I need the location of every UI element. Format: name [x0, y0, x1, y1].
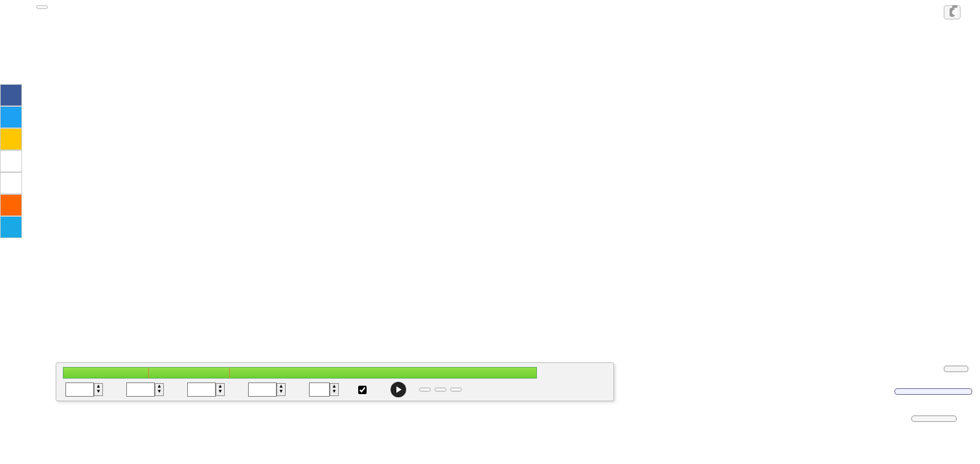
capture-button[interactable] — [944, 366, 968, 372]
progress-tick — [148, 368, 149, 378]
controls-panel — [56, 362, 614, 401]
social-share-bar — [0, 84, 25, 238]
addthis-icon[interactable] — [0, 194, 22, 216]
ymin-input[interactable] — [126, 382, 155, 397]
font-input[interactable] — [187, 382, 216, 397]
facebook-icon[interactable] — [0, 84, 22, 106]
camera-icon — [950, 8, 955, 17]
mail-icon[interactable] — [0, 172, 22, 194]
show-button[interactable] — [419, 388, 431, 392]
linewidth-input[interactable] — [309, 382, 330, 397]
chart-svg — [65, 39, 980, 304]
save-button[interactable] — [435, 388, 446, 392]
chart-area — [65, 39, 972, 298]
twitter-icon[interactable] — [0, 106, 22, 128]
ymax-input[interactable] — [65, 382, 94, 397]
camera-button[interactable] — [944, 5, 961, 19]
linewidth-stepper[interactable] — [330, 383, 339, 396]
play-button[interactable] — [391, 382, 406, 397]
zoom-stepper[interactable] — [277, 383, 286, 396]
progress-bar[interactable] — [63, 367, 537, 379]
qzone-icon[interactable] — [0, 128, 22, 150]
ymin-stepper[interactable] — [155, 383, 164, 396]
progress-tick — [229, 368, 230, 378]
zoom-input[interactable] — [248, 382, 277, 397]
weibo-icon[interactable] — [0, 150, 22, 172]
font-stepper[interactable] — [216, 383, 225, 396]
show-dynamics-checkbox[interactable] — [358, 386, 367, 394]
help-icon[interactable] — [0, 216, 22, 238]
panel-close-button[interactable] — [450, 388, 462, 392]
ymax-stepper[interactable] — [94, 383, 103, 396]
close-button[interactable] — [36, 5, 48, 9]
share-capture-button[interactable] — [895, 388, 972, 395]
ioi-plus-button[interactable] — [911, 415, 957, 422]
